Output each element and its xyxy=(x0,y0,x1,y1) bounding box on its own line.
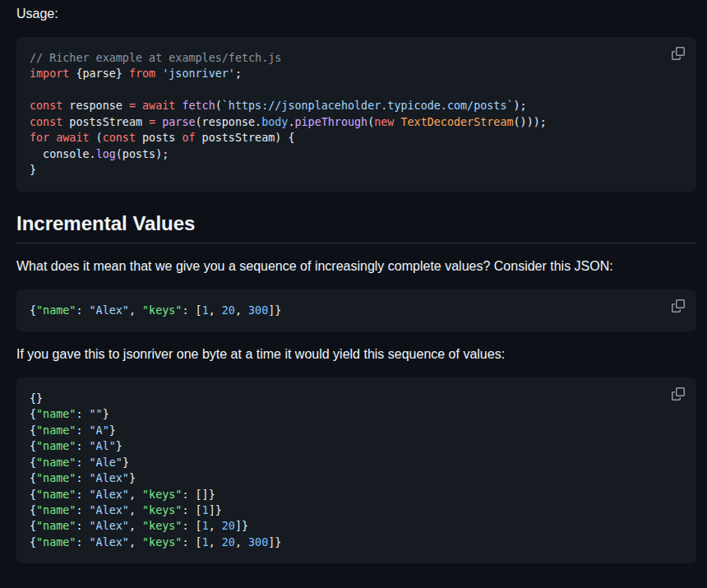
copy-button[interactable] xyxy=(667,294,690,317)
readme-body: Usage: // Richer example at examples/fet… xyxy=(0,0,707,588)
copy-button[interactable] xyxy=(667,42,690,65)
copy-icon xyxy=(672,47,685,60)
copy-button[interactable] xyxy=(667,382,690,405)
code-value-sequence: {}{"name": ""}{"name": "A"}{"name": "Al"… xyxy=(16,377,696,563)
usage-label: Usage: xyxy=(16,4,696,24)
copy-icon xyxy=(672,299,685,313)
code-block-json-example: {"name": "Alex", "keys": [1, 20, 300]} xyxy=(16,289,696,331)
section-heading-incremental-values: Incremental Values xyxy=(16,211,696,243)
code-usage-example: // Richer example at examples/fetch.jsim… xyxy=(16,37,696,192)
code-block-usage-example: // Richer example at examples/fetch.jsim… xyxy=(16,37,696,192)
copy-icon xyxy=(672,387,685,400)
paragraph-byte-sequence: If you gave this to jsonriver one byte a… xyxy=(16,345,696,364)
code-json-example: {"name": "Alex", "keys": [1, 20, 300]} xyxy=(16,289,696,331)
paragraph-incremental-intro: What does it mean that we give you a seq… xyxy=(16,257,696,276)
code-block-value-sequence: {}{"name": ""}{"name": "A"}{"name": "Al"… xyxy=(16,377,696,563)
